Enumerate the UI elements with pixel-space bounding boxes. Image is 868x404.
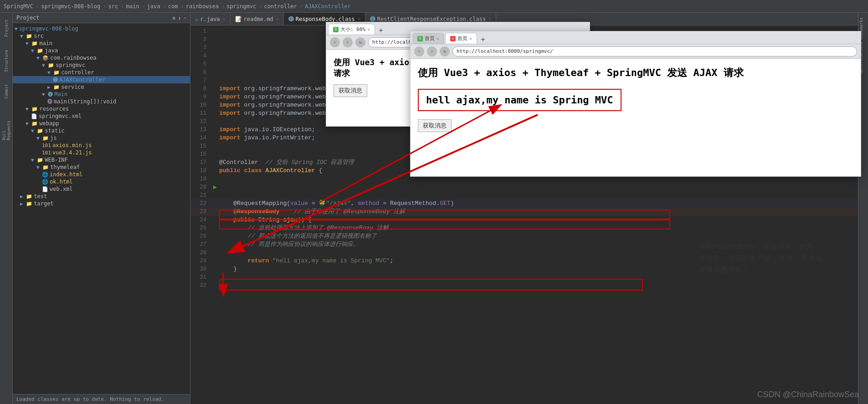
breadcrumb-ajaxcontroller[interactable]: AJAXController xyxy=(305,3,351,10)
thymeleaf-label: thymeleaf xyxy=(50,164,80,170)
close-tab-rjava[interactable]: ✕ xyxy=(223,16,226,21)
tree-item-webapp[interactable]: ▼ 📁 webapp xyxy=(13,120,190,127)
web-xml-label: web.xml xyxy=(50,186,73,192)
breadcrumb-main[interactable]: main xyxy=(126,3,139,10)
tree-item-ajax-controller[interactable]: 🅒 AJAXController xyxy=(13,76,190,83)
folder-icon-static: ▼ 📁 xyxy=(31,128,43,134)
browser1-get-msg-btn[interactable]: 获取消息 xyxy=(334,84,367,97)
tab-readme[interactable]: 📝 readme.md ✕ xyxy=(231,13,284,26)
responsebody-comment: @ResponseBody，将返回值，作为字符串，返回到客户端。注意：不再是逻辑… xyxy=(699,240,844,276)
folder-icon-test: ▶ 📁 xyxy=(20,194,32,199)
browser2-title-text: 使用 Vue3 + axios + Thymeleaf + SpringMVC … xyxy=(418,67,744,78)
tree-item-service[interactable]: ▶ 📁 service xyxy=(13,83,190,91)
class-tab-icon-active: 🅒 xyxy=(288,16,294,22)
tree-item-controller[interactable]: ▼ 📁 controller xyxy=(13,69,190,76)
folder-icon-resources: ▼ 📁 xyxy=(26,106,38,112)
browser1-forward[interactable]: › xyxy=(343,37,353,47)
tree-item-js[interactable]: ▼ 📁 js xyxy=(13,134,190,142)
tree-item-webinf[interactable]: ▼ 📁 WEB-INF xyxy=(13,156,190,164)
browser1-close[interactable]: ✕ xyxy=(367,27,370,32)
breadcrumb-rainbowsea[interactable]: rainbowsea xyxy=(186,3,219,10)
browser2-get-msg-btn[interactable]: 获取消息 xyxy=(418,119,452,132)
browser2-button-area: 获取消息 xyxy=(418,119,853,132)
close-tab-readme[interactable]: ✕ xyxy=(276,16,279,21)
tree-item-static[interactable]: ▼ 📁 static xyxy=(13,127,190,134)
tree-item-springmvc-blog[interactable]: ▼ springmvc-008-blog xyxy=(13,25,190,32)
breadcrumb-com[interactable]: com xyxy=(168,3,178,10)
class-tab-icon: 🅒 xyxy=(370,16,375,22)
tree-item-index-html[interactable]: 🌐 index.html xyxy=(13,171,190,178)
browser2-tab-inactive[interactable]: G 首页 ✕ xyxy=(412,33,444,44)
panel-title: Project ⚙ ↕ − xyxy=(13,13,190,23)
tree-item-main-class[interactable]: ▼ 🅒 Main xyxy=(13,91,190,98)
code-line-20: 20 ▶ xyxy=(190,183,858,191)
test-label: test xyxy=(34,193,47,199)
tree-item-resources[interactable]: ▼ 📁 resources xyxy=(13,105,190,113)
tree-item-ok-html[interactable]: 🌐 ok.html xyxy=(13,178,190,185)
ajax-controller-label: AJAXController xyxy=(59,77,105,83)
sidebar-item-commit[interactable]: Commit xyxy=(1,80,11,103)
sidebar-item-pull-requests[interactable]: Pull Requests xyxy=(1,108,11,140)
breadcrumb-project[interactable]: springmvc-008-blog xyxy=(41,3,100,10)
xml-icon: 📄 xyxy=(31,113,37,119)
browser1-new-tab[interactable]: + xyxy=(376,26,386,35)
com-label: com.rainbowsea xyxy=(50,55,96,61)
sidebar-item-project[interactable]: Project xyxy=(1,15,11,42)
breadcrumb-java[interactable]: java xyxy=(147,3,160,10)
tree-item-thymeleaf[interactable]: ▼ 📁 thymeleaf xyxy=(13,164,190,171)
status-text: Loaded classes are up to date. Nothing t… xyxy=(16,396,164,402)
tree-item-com-rainbowsea[interactable]: ▼ 📦 com.rainbowsea xyxy=(13,54,190,61)
browser2-tab-active[interactable]: ✕ 首页 ✕ xyxy=(445,33,477,44)
return-statement-box xyxy=(219,279,643,291)
js-icon-vue: 101 xyxy=(42,150,51,156)
tree-item-java[interactable]: ▼ 📁 java xyxy=(13,47,190,54)
tree-item-main[interactable]: ▼ 📁 main xyxy=(13,40,190,47)
tab-restclient-label: RestClientResponseException.class xyxy=(377,16,486,22)
tree-item-springmvc-pkg[interactable]: ▼ 📁 springmvc xyxy=(13,61,190,69)
browser2-forward[interactable]: › xyxy=(427,46,437,56)
md-tab-icon: 📝 xyxy=(235,16,242,22)
sidebar-item-structure[interactable]: Structure xyxy=(1,47,11,75)
folder-icon-main: ▼ 📁 xyxy=(26,41,38,46)
breadcrumb-springmvc[interactable]: SpringMVC xyxy=(4,3,33,10)
tree-item-src[interactable]: ▼ 📁 src xyxy=(13,32,190,40)
tab-readme-label: readme.md xyxy=(244,16,273,22)
tree-item-vue[interactable]: 101 vue3.4.21.js xyxy=(13,149,190,156)
responsebody-comment-text: @ResponseBody，将返回值，作为字符串，返回到客户端。注意：不再是逻辑… xyxy=(699,242,822,273)
folder-icon-src: ▼ 📁 xyxy=(20,33,32,39)
tree-item-target[interactable]: ▶ 📁 target xyxy=(13,200,190,207)
tree-item-springmvc-xml[interactable]: 📄 springmvc.xml xyxy=(13,113,190,120)
target-label: target xyxy=(34,200,53,207)
browser1-tab[interactable]: G 大小: 60% ✕ xyxy=(328,24,375,35)
browser2-close-active[interactable]: ✕ xyxy=(469,36,472,41)
xml-icon-web: 📄 xyxy=(42,186,48,192)
browser2-refresh[interactable]: ↻ xyxy=(440,46,450,56)
tree-item-test[interactable]: ▶ 📁 test xyxy=(13,193,190,200)
index-html-label: index.html xyxy=(50,171,82,178)
folder-icon-java: ▼ 📁 xyxy=(31,48,43,54)
breadcrumb-springmvc2[interactable]: springmvc xyxy=(226,3,256,10)
code-line-22: 22 @RequestMapping(value = 🍀"/ajax", met… xyxy=(190,199,858,208)
breadcrumb-src[interactable]: src xyxy=(108,3,118,10)
tree-item-web-xml[interactable]: 📄 web.xml xyxy=(13,185,190,193)
tree-item-main-method[interactable]: 🅜 main(String[]):void xyxy=(13,98,190,105)
folder-icon-com: ▼ 📦 xyxy=(36,55,49,61)
tab-rjava[interactable]: ☕ r.java ✕ xyxy=(190,13,231,26)
main-class-icon: ▼ 🅒 xyxy=(42,92,53,97)
webapp-label: webapp xyxy=(39,120,59,127)
browser2-url[interactable]: http://localhost:8080/springmvc/ xyxy=(452,46,857,56)
ajax-result-text: hell ajax,my name is Spring MVC xyxy=(426,94,613,106)
browser2-close-inactive[interactable]: ✕ xyxy=(437,36,439,41)
tab-responsebody-label: ResponseBody.class xyxy=(296,16,355,22)
breadcrumb-controller[interactable]: controller xyxy=(264,3,297,10)
close-tab-responsebody[interactable]: ✕ xyxy=(358,16,360,21)
tree-item-axios[interactable]: 101 axios.min.js xyxy=(13,142,190,149)
browser2-chrome: ‹ › ↻ http://localhost:8080/springmvc/ xyxy=(411,44,861,59)
browser1-back[interactable]: ‹ xyxy=(330,37,340,47)
browser2-back[interactable]: ‹ xyxy=(414,46,424,56)
folder-icon-js: ▼ 📁 xyxy=(36,135,49,141)
browser2-new-tab[interactable]: + xyxy=(478,35,488,44)
browser1-refresh[interactable]: ↻ xyxy=(355,37,365,47)
close-tab-restclient[interactable]: ✕ xyxy=(488,16,491,21)
tab-rjava-label: r.java xyxy=(200,16,220,22)
